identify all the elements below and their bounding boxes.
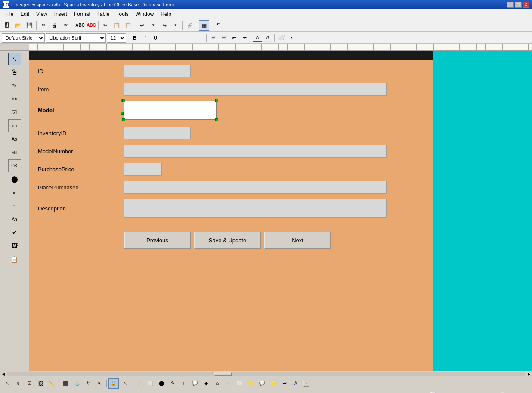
save-button[interactable]: 💾 (24, 20, 34, 31)
bt-star[interactable]: ⭐ (246, 378, 256, 389)
underline-button[interactable]: U (151, 34, 160, 42)
scroll-left-button[interactable]: ◀ (0, 371, 6, 377)
bt-rotate1[interactable]: ↻ (83, 378, 93, 389)
image-tool[interactable]: 🖼 (8, 239, 21, 252)
save-update-button[interactable]: Save & Update (194, 232, 261, 249)
bt-text[interactable]: T (179, 378, 189, 389)
grid-button[interactable]: ▦ (199, 20, 209, 31)
new-button[interactable]: 🗄 (2, 20, 12, 31)
bt-ellipse[interactable]: ⬤ (156, 378, 167, 389)
bt-image[interactable]: 🖼 (35, 378, 46, 389)
list-tool[interactable]: ≡ (8, 186, 21, 199)
horizontal-scrollbar[interactable]: ◀ ▶ (0, 371, 532, 377)
bt-select2[interactable]: ↖ (120, 378, 130, 389)
list2-tool[interactable]: ≡ (8, 199, 21, 212)
pointer-tool[interactable]: 🖱 (8, 66, 21, 79)
scroll-right-button[interactable]: ▶ (526, 371, 532, 377)
open-button[interactable]: 📂 (13, 20, 23, 31)
purchaseprice-input[interactable] (124, 163, 162, 176)
close-button[interactable]: ✕ (523, 2, 529, 8)
numeric-tool[interactable]: %f (8, 146, 21, 159)
paste-button[interactable]: 📋 (123, 20, 133, 31)
menu-view[interactable]: View (33, 10, 51, 18)
undo-dropdown[interactable]: ▼ (148, 20, 158, 31)
paragraph-button[interactable]: ¶ (213, 20, 223, 31)
scrollbar-thumb[interactable] (214, 372, 232, 376)
menu-help[interactable]: Help (157, 10, 175, 18)
bt-table[interactable]: 📐 (46, 378, 57, 389)
size-select[interactable]: 12 (107, 33, 126, 43)
bt-rect[interactable]: ⬛ (61, 378, 71, 389)
bt-smiley[interactable]: ☺ (212, 378, 223, 389)
redo-button[interactable]: ↪ (159, 20, 170, 31)
id-input[interactable] (124, 65, 191, 77)
style-select[interactable]: Default Style (2, 33, 45, 43)
menu-edit[interactable]: Edit (17, 10, 33, 18)
form-canvas[interactable]: ID Item Model (29, 51, 532, 371)
bt-back[interactable]: ↩ (279, 378, 290, 389)
align-center-button[interactable]: ≡ (174, 34, 184, 42)
item-input[interactable] (124, 83, 387, 96)
ok-tool[interactable]: OK (8, 159, 21, 172)
menu-window[interactable]: Window (132, 10, 158, 18)
spellcheck2-button[interactable]: ABC (86, 20, 96, 31)
menu-tools[interactable]: Tools (113, 10, 132, 18)
placepurchased-input[interactable] (124, 181, 387, 194)
font-select[interactable]: Liberation Serif (46, 33, 106, 43)
justify-button[interactable]: ≡ (195, 34, 204, 42)
text-tool[interactable]: Aa (8, 133, 21, 145)
border-dropdown[interactable]: ▼ (287, 34, 296, 42)
bt-rect2[interactable]: ⬜ (145, 378, 155, 389)
numbers-button[interactable]: ☰ (219, 34, 228, 42)
link-button[interactable]: 🔗 (185, 20, 195, 31)
bt-anchor[interactable]: ⚓ (72, 378, 82, 389)
font-color-button[interactable]: A (253, 34, 262, 42)
bt-active[interactable]: 🔒 (108, 378, 119, 389)
table-tool[interactable]: 📋 (8, 253, 21, 266)
select-tool[interactable]: ↖ (8, 53, 21, 65)
checkbox-tool[interactable]: ☑ (8, 106, 21, 119)
bt-pointer[interactable]: 🖱 (13, 378, 23, 389)
bt-diamond[interactable]: ◆ (201, 378, 211, 389)
border-button[interactable]: ⬜ (276, 34, 286, 42)
menu-table[interactable]: Table (94, 10, 113, 18)
print-button[interactable]: 🖨 (49, 20, 60, 31)
align-left-button[interactable]: ≡ (164, 34, 173, 42)
checkmark-tool[interactable]: ✔ (8, 226, 21, 239)
bold-button[interactable]: B (130, 34, 139, 42)
redo-dropdown[interactable]: ▼ (170, 20, 181, 31)
inventoryid-input[interactable] (124, 127, 191, 139)
textbox-tool[interactable]: ab (8, 119, 21, 132)
description-input[interactable] (124, 199, 387, 218)
bt-line[interactable]: / (134, 378, 144, 389)
bt-flowchart[interactable]: ⬜ (235, 378, 245, 389)
menu-format[interactable]: Format (71, 10, 94, 18)
indent-dec-button[interactable]: ⇤ (229, 34, 238, 42)
next-button[interactable]: Next (264, 232, 331, 249)
minimize-button[interactable]: — (507, 2, 514, 8)
bt-select[interactable]: ↖ (2, 378, 12, 389)
bt-align[interactable]: ↖ (94, 378, 105, 389)
radio-tool[interactable]: ⬤ (8, 173, 21, 186)
bt-arrows[interactable]: ↔ (223, 378, 234, 389)
window-controls[interactable]: — □ ✕ (507, 2, 529, 8)
label-tool[interactable]: An (8, 213, 21, 226)
scrollbar-track[interactable] (7, 372, 525, 376)
cut-button[interactable]: ✂ (100, 20, 111, 31)
indent-inc-button[interactable]: ⇥ (239, 34, 249, 42)
more-tools-button[interactable]: » (303, 381, 309, 387)
menu-insert[interactable]: Insert (51, 10, 71, 18)
undo-button[interactable]: ↩ (137, 20, 147, 31)
bt-fontwork[interactable]: A (291, 378, 301, 389)
previous-button[interactable]: Previous (124, 232, 191, 249)
bt-callout2[interactable]: 💬 (257, 378, 267, 389)
spellcheck-button[interactable]: ABC (75, 20, 85, 31)
bullets-button[interactable]: ☰ (208, 34, 218, 42)
bt-callout[interactable]: 💬 (190, 378, 200, 389)
cut-tool[interactable]: ✂ (8, 93, 21, 105)
bt-pencil[interactable]: ✎ (167, 378, 178, 389)
copy-button[interactable]: 📋 (111, 20, 122, 31)
italic-button[interactable]: I (140, 34, 150, 42)
model-input[interactable] (124, 101, 217, 120)
bt-checkbox[interactable]: ☑ (24, 378, 34, 389)
